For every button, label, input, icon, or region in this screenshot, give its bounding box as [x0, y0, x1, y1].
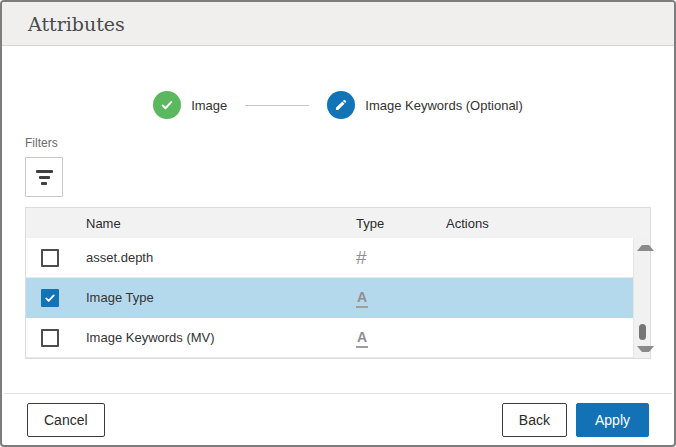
filter-button[interactable] — [25, 157, 63, 197]
footer-right-buttons: Back Apply — [502, 403, 649, 437]
step-image-keywords-label: Image Keywords (Optional) — [365, 98, 523, 113]
table-header-row: Name Type Actions — [26, 208, 650, 238]
wizard-stepper: Image Image Keywords (Optional) — [2, 91, 674, 119]
step-current-pencil-icon — [327, 91, 355, 119]
step-image-label: Image — [191, 98, 227, 113]
text-type-icon: A — [356, 289, 368, 308]
step-image[interactable]: Image — [153, 91, 227, 119]
row-checkbox[interactable] — [41, 289, 59, 307]
apply-button[interactable]: Apply — [576, 403, 649, 437]
row-name: Image Type — [86, 290, 356, 305]
table-scrollbar[interactable] — [633, 238, 650, 358]
table-row-image-type[interactable]: Image Type A — [26, 278, 650, 318]
row-name: Image Keywords (MV) — [86, 330, 356, 345]
cancel-button[interactable]: Cancel — [27, 403, 105, 437]
step-complete-check-icon — [153, 91, 181, 119]
dialog-titlebar: Attributes — [2, 2, 674, 46]
row-checkbox[interactable] — [41, 249, 59, 267]
text-type-icon: A — [356, 329, 368, 348]
table-row-asset-depth[interactable]: asset.depth # — [26, 238, 650, 278]
column-header-actions: Actions — [446, 216, 650, 231]
dialog-footer: Cancel Back Apply — [4, 393, 672, 445]
attributes-table: Name Type Actions asset.depth # — [25, 207, 651, 359]
scrollbar-down-icon[interactable] — [637, 346, 654, 352]
back-button[interactable]: Back — [502, 403, 567, 437]
row-checkbox[interactable] — [41, 329, 59, 347]
step-image-keywords[interactable]: Image Keywords (Optional) — [327, 91, 523, 119]
filters-label: Filters — [25, 136, 674, 150]
row-name: asset.depth — [86, 250, 356, 265]
scrollbar-up-icon[interactable] — [637, 245, 654, 251]
attributes-dialog: Attributes Image Image Keywords (Optiona… — [0, 0, 676, 447]
step-connector-line — [245, 105, 309, 106]
column-header-name: Name — [86, 216, 356, 231]
dialog-title: Attributes — [28, 13, 125, 35]
number-type-icon: # — [356, 247, 367, 268]
filter-icon — [36, 170, 53, 185]
column-header-type: Type — [356, 216, 446, 231]
scrollbar-thumb[interactable] — [639, 324, 646, 340]
table-row-image-keywords-mv[interactable]: Image Keywords (MV) A — [26, 318, 650, 358]
table-body: asset.depth # Image Type A — [26, 238, 650, 358]
